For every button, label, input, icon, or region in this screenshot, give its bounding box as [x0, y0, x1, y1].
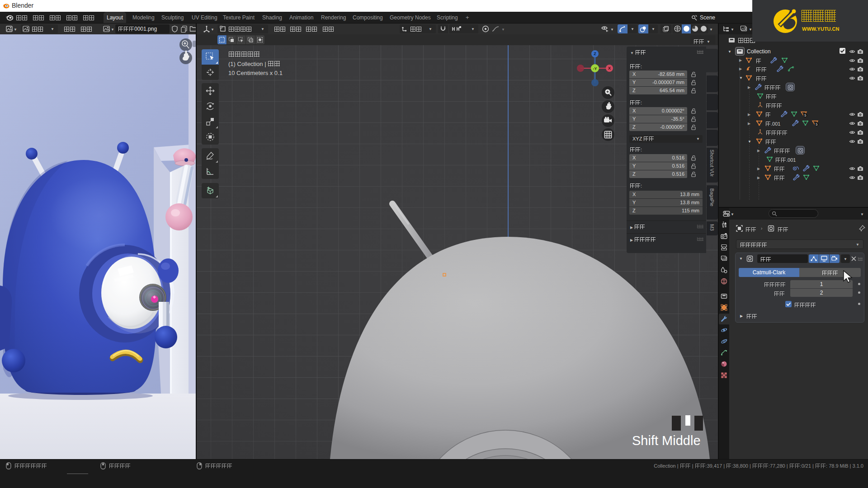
svg-text:-Y: -Y [593, 66, 597, 71]
svg-text:Z: Z [594, 52, 596, 56]
svg-text:X: X [608, 66, 611, 70]
